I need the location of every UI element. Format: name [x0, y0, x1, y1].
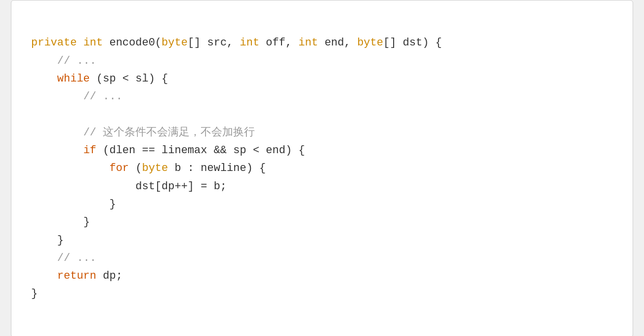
space	[77, 37, 83, 49]
keyword-byte-2: byte	[357, 37, 383, 49]
method-close: }	[31, 288, 38, 300]
comment-1: // ...	[57, 55, 96, 67]
keyword-int-3: int	[298, 37, 318, 49]
param-3: end,	[318, 37, 357, 49]
for-rest: b : newline) {	[168, 162, 266, 174]
keyword-for: for	[109, 162, 129, 174]
param-2: off,	[259, 37, 298, 49]
for-close: }	[109, 198, 116, 210]
keyword-return: return	[57, 270, 96, 282]
while-close: }	[57, 234, 64, 247]
if-close: }	[83, 216, 90, 228]
return-val: dp;	[96, 270, 122, 282]
comment-cn: // 这个条件不会满足，不会加换行	[83, 126, 255, 139]
method-name: encode0(	[103, 37, 161, 49]
keyword-if: if	[83, 144, 96, 157]
param-1: [] src,	[188, 37, 240, 49]
keyword-byte-1: byte	[161, 37, 188, 49]
if-cond: (dlen == linemax && sp < end) {	[96, 144, 305, 157]
code-block: private int encode0(byte[] src, int off,…	[31, 16, 613, 321]
code-container: private int encode0(byte[] src, int off,…	[11, 0, 633, 336]
keyword-int-2: int	[240, 37, 260, 49]
param-4: [] dst) {	[383, 37, 442, 49]
keyword-int-1: int	[83, 37, 103, 49]
keyword-while: while	[57, 73, 90, 85]
dst-assign: dst[dp++] = b;	[135, 180, 227, 193]
keyword-private: private	[31, 37, 77, 49]
comment-3: // ...	[57, 252, 96, 264]
while-cond: (sp < sl) {	[90, 73, 168, 85]
comment-2: // ...	[83, 90, 122, 103]
for-open: (	[129, 162, 142, 174]
keyword-byte-for: byte	[142, 162, 168, 174]
